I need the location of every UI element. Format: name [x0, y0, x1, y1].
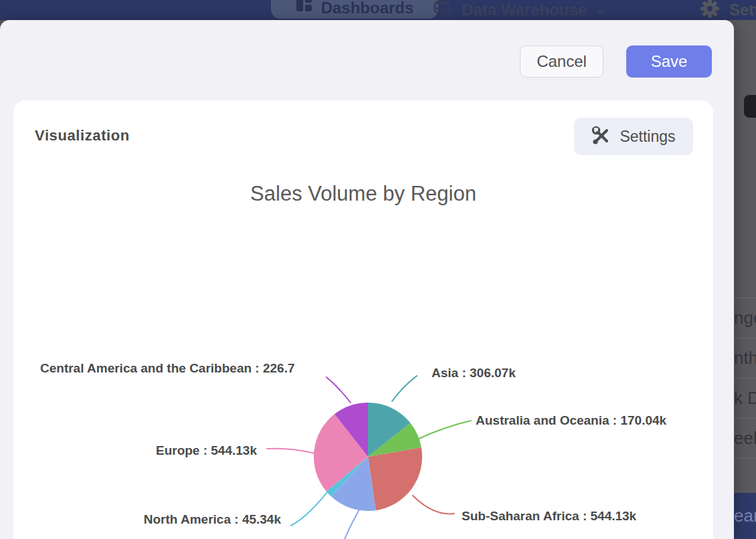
pie-label: North America : 45.34k	[112, 512, 281, 527]
cancel-button[interactable]: Cancel	[520, 45, 603, 78]
pie-leader-line	[392, 376, 417, 401]
divider	[734, 298, 756, 298]
pie-label: Europe : 544.13k	[143, 443, 257, 458]
visualization-card: Visualization Settings Sales Volume by R…	[13, 100, 713, 539]
divider	[734, 378, 756, 379]
pie-leader-line	[291, 489, 330, 526]
nav-item-data-warehouse-label: Data Warehouse	[462, 1, 587, 19]
top-nav-bar: Dashboards Data Warehouse ⌄	[0, 0, 756, 20]
pie-leader-line	[419, 421, 471, 439]
background-dark-button-partial	[744, 95, 756, 118]
nav-tab-dashboards-label: Dashboards	[321, 0, 414, 17]
nav-item-settings-label: Settings	[729, 1, 756, 19]
pie-label: Central America and the Caribbean : 226.…	[40, 361, 294, 376]
background-text-fragment: eek	[734, 428, 756, 449]
pie-label: Australia and Oceania : 170.04k	[476, 413, 666, 428]
gear-icon	[700, 0, 720, 21]
pie-label: Sub-Saharan Africa : 544.13k	[462, 509, 636, 524]
database-user-icon	[434, 0, 454, 21]
visualization-editor-modal: Cancel Save Visualization Settings Sales…	[0, 20, 734, 539]
background-text-fragment: nge	[734, 308, 756, 328]
dashboards-icon	[296, 0, 313, 15]
pie-leader-line	[267, 449, 315, 453]
pie-slice-sub-saharan-africa[interactable]	[368, 447, 422, 510]
pie-leader-line	[342, 510, 359, 539]
pie-leader-line	[413, 496, 454, 514]
nav-item-data-warehouse[interactable]: Data Warehouse ⌄	[434, 0, 606, 20]
divider	[734, 458, 756, 459]
screen: { "nav": { "dashboards_label": "Dashboar…	[0, 0, 756, 539]
background-text-fragment: k D	[734, 388, 756, 409]
background-text-fragment: ear	[734, 506, 756, 526]
save-button[interactable]: Save	[626, 45, 712, 78]
background-text-fragment: nth	[734, 348, 756, 368]
divider	[734, 338, 756, 338]
pie-label: Asia : 306.07k	[432, 366, 516, 381]
pie-leader-line	[326, 377, 351, 403]
nav-tab-dashboards[interactable]: Dashboards	[271, 0, 438, 19]
chevron-down-icon: ⌄	[595, 1, 606, 17]
dimmed-background-strip: nge nth k D eek ear	[734, 20, 756, 539]
nav-item-settings[interactable]: Settings	[700, 0, 756, 20]
divider	[734, 418, 756, 419]
pie-chart	[13, 100, 713, 539]
